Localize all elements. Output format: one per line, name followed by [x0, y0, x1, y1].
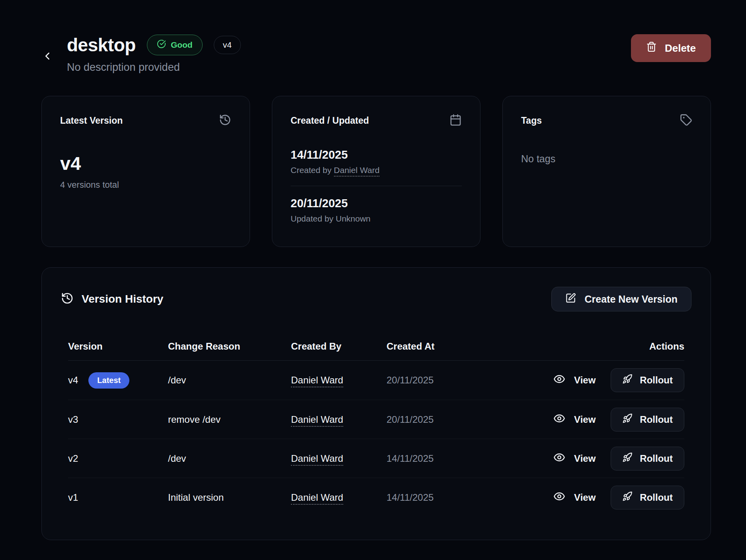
- version-detail-page: desktop Good v4 No description provided …: [0, 0, 746, 540]
- view-button-label: View: [574, 375, 596, 386]
- eye-icon: [553, 451, 565, 466]
- status-badge: Good: [147, 35, 203, 55]
- rocket-icon: [622, 374, 633, 387]
- created-at: 14/11/2025: [387, 453, 543, 464]
- status-badge-label: Good: [171, 40, 193, 50]
- table-body: v4 Latest /dev Daniel Ward 20/11/2025 Vi…: [68, 361, 684, 517]
- view-button[interactable]: View: [553, 451, 596, 466]
- table-header-row: Version Change Reason Created By Created…: [68, 332, 684, 361]
- latest-version-card-title: Latest Version: [60, 115, 123, 126]
- created-by-user-link[interactable]: Daniel Ward: [334, 165, 380, 177]
- column-header-created-by: Created By: [291, 341, 387, 352]
- check-circle-icon: [157, 39, 166, 51]
- created-by-user-link[interactable]: Daniel Ward: [291, 492, 343, 505]
- rollout-button[interactable]: Rollout: [611, 408, 684, 432]
- eye-icon: [553, 490, 565, 505]
- view-button-label: View: [574, 453, 596, 464]
- column-header-created-at: Created At: [387, 341, 543, 352]
- change-reason: Initial version: [168, 492, 291, 503]
- rollout-button[interactable]: Rollout: [611, 486, 684, 509]
- tags-card: Tags No tags: [502, 96, 711, 247]
- latest-version-value: v4: [60, 152, 231, 174]
- created-by-user-link[interactable]: Daniel Ward: [291, 375, 343, 387]
- view-button[interactable]: View: [553, 490, 596, 505]
- eye-icon: [553, 412, 565, 427]
- table-row: v3 remove /dev Daniel Ward 20/11/2025 Vi…: [68, 400, 684, 439]
- tags-card-title: Tags: [521, 115, 542, 126]
- versions-total-text: 4 versions total: [60, 180, 231, 190]
- rocket-icon: [622, 452, 633, 465]
- created-by-text: Created by Daniel Ward: [291, 165, 462, 175]
- create-new-version-label: Create New Version: [585, 294, 678, 305]
- table-row: v4 Latest /dev Daniel Ward 20/11/2025 Vi…: [68, 361, 684, 400]
- created-by-user-link[interactable]: Daniel Ward: [291, 453, 343, 466]
- back-button[interactable]: [41, 40, 53, 74]
- table-row: v1 Initial version Daniel Ward 14/11/202…: [68, 478, 684, 517]
- chevron-left-icon: [41, 57, 53, 63]
- tag-icon: [680, 114, 692, 128]
- latest-badge: Latest: [88, 372, 129, 389]
- card-divider: [291, 186, 462, 186]
- create-new-version-button[interactable]: Create New Version: [551, 287, 691, 311]
- view-button-label: View: [574, 414, 596, 425]
- rollout-button[interactable]: Rollout: [611, 368, 684, 392]
- version-label: v4: [68, 375, 78, 386]
- trash-icon: [646, 41, 657, 55]
- change-reason: /dev: [168, 375, 291, 386]
- column-header-version: Version: [68, 341, 168, 352]
- rollout-button[interactable]: Rollout: [611, 447, 684, 471]
- column-header-change-reason: Change Reason: [168, 341, 291, 352]
- edit-icon: [565, 293, 576, 306]
- version-pill: v4: [214, 36, 241, 54]
- view-button-label: View: [574, 492, 596, 503]
- created-by-user-link[interactable]: Daniel Ward: [291, 414, 343, 427]
- created-date: 14/11/2025: [291, 148, 462, 161]
- column-header-actions: Actions: [649, 341, 684, 352]
- delete-button-label: Delete: [665, 42, 696, 54]
- rollout-button-label: Rollout: [640, 492, 673, 503]
- latest-version-card: Latest Version v4 4 versions total: [41, 96, 250, 247]
- version-history-panel: Version History Create New Version Versi…: [41, 267, 711, 540]
- no-tags-text: No tags: [521, 153, 692, 165]
- rocket-icon: [622, 491, 633, 504]
- version-history-title: Version History: [82, 293, 163, 305]
- change-reason: /dev: [168, 453, 291, 464]
- created-updated-card: Created / Updated 14/11/2025 Created by …: [272, 96, 480, 247]
- view-button[interactable]: View: [553, 412, 596, 427]
- created-at: 20/11/2025: [387, 414, 543, 425]
- stat-cards: Latest Version v4 4 versions total Creat…: [41, 96, 711, 247]
- delete-button[interactable]: Delete: [631, 34, 711, 62]
- updated-date: 20/11/2025: [291, 197, 462, 210]
- page-header: desktop Good v4 No description provided …: [41, 34, 711, 74]
- history-icon: [61, 292, 74, 306]
- history-icon: [219, 114, 231, 128]
- updated-by-text: Updated by Unknown: [291, 214, 462, 224]
- created-updated-card-title: Created / Updated: [291, 115, 369, 126]
- change-reason: remove /dev: [168, 414, 291, 425]
- rollout-button-label: Rollout: [640, 453, 673, 464]
- page-description: No description provided: [67, 61, 241, 74]
- created-by-prefix: Created by: [291, 165, 334, 175]
- view-button[interactable]: View: [553, 373, 596, 387]
- rollout-button-label: Rollout: [640, 375, 673, 386]
- version-label: v2: [68, 453, 78, 464]
- created-at: 14/11/2025: [387, 492, 543, 503]
- table-row: v2 /dev Daniel Ward 14/11/2025 View: [68, 439, 684, 478]
- rocket-icon: [622, 413, 633, 426]
- page-title: desktop: [67, 34, 136, 56]
- eye-icon: [553, 373, 565, 387]
- version-label: v1: [68, 492, 78, 503]
- created-at: 20/11/2025: [387, 375, 543, 386]
- rollout-button-label: Rollout: [640, 414, 673, 425]
- version-label: v3: [68, 414, 78, 425]
- version-history-table: Version Change Reason Created By Created…: [61, 332, 691, 517]
- calendar-icon: [449, 114, 462, 128]
